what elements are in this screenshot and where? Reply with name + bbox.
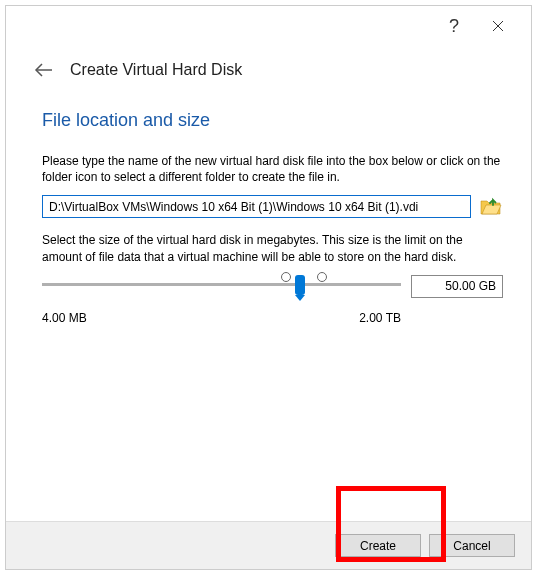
slider-row: 50.00 GB bbox=[42, 275, 503, 299]
slider-tick-1 bbox=[281, 272, 291, 282]
slider-min-label: 4.00 MB bbox=[42, 311, 87, 325]
size-slider-container: 50.00 GB 4.00 MB 2.00 TB bbox=[42, 275, 503, 325]
file-path-input[interactable] bbox=[42, 195, 471, 218]
slider-tick-2 bbox=[317, 272, 327, 282]
size-slider[interactable] bbox=[42, 275, 401, 299]
slider-thumb[interactable] bbox=[295, 275, 305, 295]
size-value-display[interactable]: 50.00 GB bbox=[411, 275, 503, 298]
back-arrow-icon bbox=[34, 63, 54, 77]
dialog-window: ? Create Virtual Hard Disk File location… bbox=[5, 5, 532, 570]
create-button[interactable]: Create bbox=[335, 534, 421, 557]
section-title: File location and size bbox=[42, 110, 503, 131]
slider-max-label: 2.00 TB bbox=[359, 311, 401, 325]
size-description: Select the size of the virtual hard disk… bbox=[42, 232, 503, 264]
folder-icon bbox=[480, 197, 502, 217]
file-description: Please type the name of the new virtual … bbox=[42, 153, 503, 185]
header-title: Create Virtual Hard Disk bbox=[70, 61, 242, 79]
file-path-row bbox=[42, 195, 503, 218]
titlebar: ? bbox=[6, 6, 531, 42]
wizard-header: Create Virtual Hard Disk bbox=[6, 42, 531, 94]
help-button[interactable]: ? bbox=[439, 14, 469, 38]
content-area: File location and size Please type the n… bbox=[6, 94, 531, 325]
close-icon bbox=[492, 20, 504, 32]
dialog-footer: Create Cancel bbox=[6, 521, 531, 569]
back-button[interactable] bbox=[30, 56, 58, 84]
cancel-button[interactable]: Cancel bbox=[429, 534, 515, 557]
slider-track bbox=[42, 283, 401, 286]
browse-folder-button[interactable] bbox=[479, 196, 503, 218]
slider-labels: 4.00 MB 2.00 TB bbox=[42, 311, 503, 325]
close-button[interactable] bbox=[483, 14, 513, 38]
